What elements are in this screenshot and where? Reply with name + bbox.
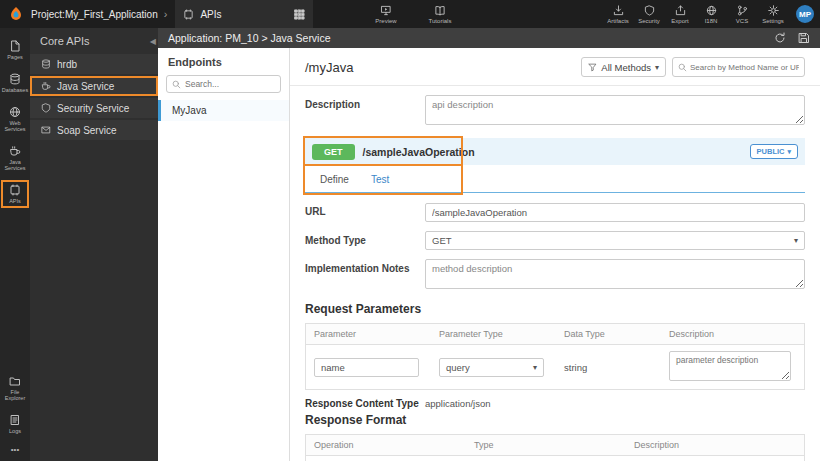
rail-item-more[interactable]: ••• bbox=[1, 443, 29, 457]
main-panel: /myJava All Methods ▾ Description api de… bbox=[290, 48, 820, 461]
rail-item-apis[interactable]: APIs bbox=[1, 180, 29, 208]
column-header: Type bbox=[466, 435, 626, 455]
column-header: Description bbox=[661, 324, 804, 344]
shield-icon bbox=[644, 5, 655, 16]
export-button[interactable]: Export bbox=[666, 1, 694, 27]
topbar-center: Preview Tutorials bbox=[372, 1, 454, 27]
request-parameters-title: Request Parameters bbox=[305, 302, 805, 316]
rail-item-java-services[interactable]: Java Services bbox=[1, 141, 29, 175]
operation-cell: sampleJavaOperation bbox=[306, 456, 466, 461]
tutorials-icon bbox=[434, 5, 446, 16]
tab-define[interactable]: Define bbox=[320, 174, 349, 192]
parameter-type-select[interactable]: query ▾ bbox=[439, 358, 544, 377]
method-search-input[interactable] bbox=[690, 63, 799, 72]
settings-button[interactable]: Settings bbox=[759, 1, 787, 27]
project-name[interactable]: Project:My_First_Application bbox=[31, 9, 158, 20]
i18n-button[interactable]: I18N bbox=[697, 1, 725, 27]
method-search bbox=[672, 57, 805, 77]
operation-path: /sampleJavaOperation bbox=[363, 146, 475, 158]
search-icon bbox=[172, 80, 181, 89]
operation-tabs: Define Test bbox=[305, 165, 805, 193]
settings-label: Settings bbox=[762, 18, 784, 24]
chevron-down-icon: ▾ bbox=[794, 236, 798, 245]
sidebar-item-hrdb[interactable]: hrdb bbox=[30, 54, 158, 74]
user-avatar[interactable]: MP bbox=[796, 5, 814, 23]
column-header: Description bbox=[626, 435, 804, 455]
rail-item-pages[interactable]: Pages bbox=[1, 36, 29, 64]
method-badge[interactable]: GET bbox=[312, 144, 355, 160]
sidebar-item-java-service[interactable]: Java Service bbox=[30, 76, 158, 96]
i18n-label: I18N bbox=[705, 18, 718, 24]
breadcrumb: Application: PM_10 > Java Service bbox=[168, 32, 331, 44]
topbar-right: Artifacts Security Export I18N VCS bbox=[604, 1, 814, 27]
column-header: Parameter bbox=[306, 324, 431, 344]
service-title: /myJava bbox=[305, 60, 353, 75]
description-textarea[interactable]: api description bbox=[425, 95, 805, 125]
url-label: URL bbox=[305, 202, 425, 222]
refresh-icon[interactable] bbox=[774, 32, 786, 44]
all-methods-label: All Methods bbox=[601, 62, 651, 73]
column-header: Data Type bbox=[556, 324, 661, 344]
endpoints-title: Endpoints bbox=[158, 48, 289, 75]
parameter-description-textarea[interactable] bbox=[669, 351, 791, 381]
url-input[interactable] bbox=[425, 203, 805, 222]
all-methods-dropdown[interactable]: All Methods ▾ bbox=[581, 57, 666, 77]
artifacts-button[interactable]: Artifacts bbox=[604, 1, 632, 27]
rail-item-databases[interactable]: Databases bbox=[1, 69, 29, 97]
method-type-select[interactable]: GET ▾ bbox=[425, 231, 805, 250]
response-content-type-value: application/json bbox=[425, 398, 491, 409]
response-format-title: Response Format bbox=[305, 413, 805, 427]
visibility-dropdown[interactable]: PUBLIC ▾ bbox=[750, 144, 798, 159]
collapse-sidebar-icon[interactable]: ◀ bbox=[150, 37, 156, 46]
rail-item-file-explorer[interactable]: File Explorer bbox=[1, 371, 29, 405]
preview-label: Preview bbox=[375, 18, 396, 24]
vcs-button[interactable]: VCS bbox=[728, 1, 756, 27]
gear-icon bbox=[768, 5, 779, 16]
chevron-right-icon: › bbox=[164, 8, 168, 20]
app-logo-icon[interactable] bbox=[8, 6, 24, 22]
save-icon[interactable] bbox=[798, 32, 810, 44]
column-header: Operation bbox=[306, 435, 466, 455]
core-apis-sidebar: Core APIs ◀ hrdb Java Service Security S… bbox=[30, 28, 158, 461]
method-type-label: Method Type bbox=[305, 231, 425, 250]
parameter-name-input[interactable] bbox=[314, 358, 419, 377]
type-cell: string bbox=[466, 456, 626, 461]
sidebar-item-soap-service[interactable]: Soap Service bbox=[30, 120, 158, 140]
visibility-label: PUBLIC bbox=[757, 147, 785, 156]
globe-icon bbox=[9, 106, 21, 118]
endpoints-search-input[interactable] bbox=[185, 79, 275, 89]
response-content-type-label: Response Content Type bbox=[305, 398, 425, 409]
sidebar-item-security-service[interactable]: Security Service bbox=[30, 98, 158, 118]
coffee-icon bbox=[41, 81, 51, 91]
data-type-value: string bbox=[556, 356, 661, 379]
chevron-down-icon: ▾ bbox=[533, 363, 537, 372]
tab-test[interactable]: Test bbox=[371, 174, 389, 192]
artifacts-label: Artifacts bbox=[607, 18, 629, 24]
operation-header[interactable]: GET /sampleJavaOperation PUBLIC ▾ bbox=[305, 138, 805, 165]
tutorials-button[interactable]: Tutorials bbox=[426, 1, 454, 27]
main-head: /myJava All Methods ▾ bbox=[290, 48, 820, 86]
table-row: sampleJavaOperation string No descriptio… bbox=[306, 456, 804, 461]
page-icon bbox=[9, 40, 21, 52]
endpoint-item-myjava[interactable]: MyJava bbox=[158, 100, 289, 121]
chevron-down-icon: ▾ bbox=[787, 148, 791, 156]
preview-button[interactable]: Preview bbox=[372, 1, 400, 27]
description-label: Description bbox=[305, 95, 425, 129]
endpoints-search bbox=[166, 75, 281, 93]
rail-item-web-services[interactable]: Web Services bbox=[1, 102, 29, 136]
vcs-label: VCS bbox=[736, 18, 748, 24]
security-label: Security bbox=[638, 18, 660, 24]
implementation-notes-label: Implementation Notes bbox=[305, 259, 425, 293]
app-header: Application: PM_10 > Java Service bbox=[158, 28, 820, 48]
implementation-notes-textarea[interactable]: method description bbox=[425, 259, 805, 289]
tutorials-label: Tutorials bbox=[429, 18, 452, 24]
apis-tab[interactable]: APIs bbox=[175, 0, 313, 28]
sidebar-item-label: Soap Service bbox=[57, 125, 116, 136]
funnel-icon bbox=[588, 63, 597, 72]
rail-label: Logs bbox=[9, 428, 21, 434]
grid-icon[interactable] bbox=[294, 9, 305, 20]
column-header: Parameter Type bbox=[431, 324, 556, 344]
security-button[interactable]: Security bbox=[635, 1, 663, 27]
rail-item-logs[interactable]: Logs bbox=[1, 410, 29, 438]
search-icon bbox=[678, 63, 687, 72]
